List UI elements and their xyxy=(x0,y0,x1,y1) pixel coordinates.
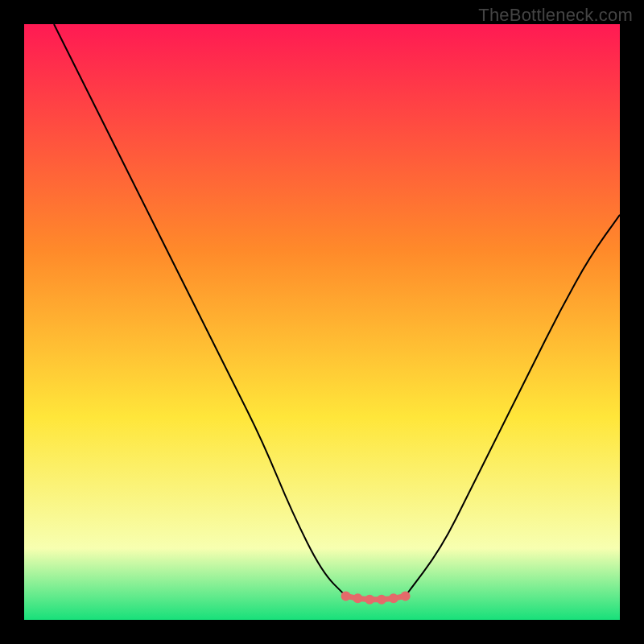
valley-marker xyxy=(353,593,362,603)
plot-area xyxy=(24,24,620,620)
valley-marker xyxy=(401,591,411,601)
watermark-label: TheBottleneck.com xyxy=(478,5,633,26)
chart-svg xyxy=(24,24,620,620)
valley-marker xyxy=(365,595,374,605)
chart-canvas: TheBottleneck.com xyxy=(0,0,644,644)
valley-marker xyxy=(389,593,398,603)
gradient-background xyxy=(24,24,620,620)
valley-marker xyxy=(341,591,351,601)
valley-marker xyxy=(377,595,386,605)
